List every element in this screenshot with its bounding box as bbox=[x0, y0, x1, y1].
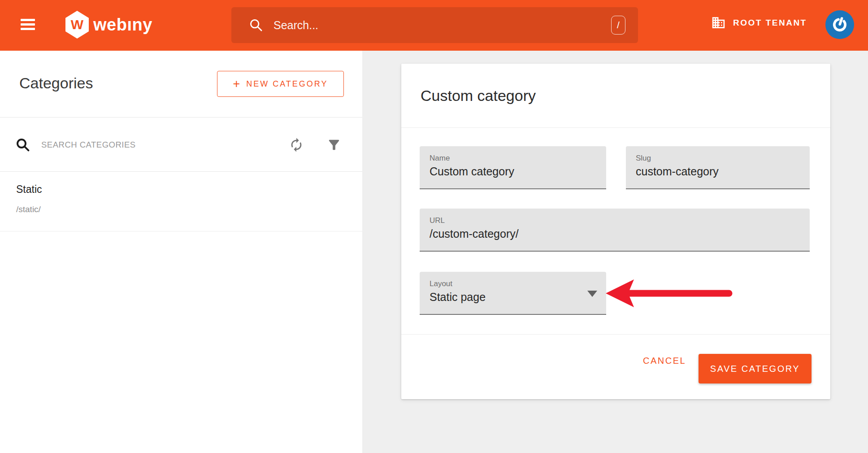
global-search-input[interactable] bbox=[273, 19, 611, 32]
new-category-button[interactable]: + NEW CATEGORY bbox=[217, 71, 344, 97]
name-field-label: Name bbox=[430, 154, 450, 163]
categories-search-row bbox=[0, 118, 362, 172]
tenant-label: ROOT TENANT bbox=[733, 18, 807, 28]
webiny-hexagon-icon: W bbox=[65, 11, 89, 39]
url-field-label: URL bbox=[430, 216, 445, 225]
hamburger-menu-icon[interactable] bbox=[21, 19, 35, 30]
plus-icon: + bbox=[233, 78, 240, 90]
building-icon bbox=[711, 15, 726, 30]
chevron-down-icon bbox=[587, 291, 597, 297]
filter-icon[interactable] bbox=[326, 137, 342, 152]
layout-field-label: Layout bbox=[430, 279, 452, 288]
webiny-wordmark: webıny bbox=[93, 15, 152, 35]
layout-select[interactable]: Layout Static page bbox=[420, 272, 606, 315]
webiny-logo: W webıny bbox=[65, 11, 152, 39]
categories-header: Categories + NEW CATEGORY bbox=[0, 51, 362, 118]
name-input[interactable] bbox=[430, 165, 596, 178]
categories-search-input[interactable] bbox=[41, 140, 289, 150]
category-item-title: Static bbox=[16, 183, 42, 196]
category-list-item[interactable]: Static /static/ bbox=[0, 172, 362, 231]
save-category-button[interactable]: SAVE CATEGORY bbox=[699, 354, 812, 383]
user-avatar[interactable] bbox=[825, 10, 854, 39]
tenant-selector[interactable]: ROOT TENANT bbox=[711, 15, 807, 30]
category-form-card: Custom category Name Slug URL Layout Sta… bbox=[401, 64, 830, 399]
top-app-bar: W webıny / ROOT TENANT bbox=[0, 0, 868, 51]
form-title: Custom category bbox=[421, 87, 536, 105]
slash-shortcut-key: / bbox=[611, 16, 625, 35]
app-root: W webıny / ROOT TENANT bbox=[0, 0, 868, 453]
global-search-bar[interactable]: / bbox=[231, 7, 638, 43]
webiny-logo-letter: W bbox=[71, 18, 83, 31]
name-field[interactable]: Name bbox=[420, 146, 606, 189]
refresh-icon[interactable] bbox=[289, 137, 304, 152]
slug-input[interactable] bbox=[636, 165, 800, 178]
form-header: Custom category bbox=[401, 64, 830, 128]
search-icon bbox=[15, 137, 31, 153]
slug-field[interactable]: Slug bbox=[626, 146, 810, 189]
layout-selected-value: Static page bbox=[430, 291, 596, 304]
search-icon bbox=[248, 17, 264, 33]
categories-list-panel: Categories + NEW CATEGORY Static /static… bbox=[0, 51, 362, 453]
url-field[interactable]: URL bbox=[420, 209, 810, 252]
category-item-url: /static/ bbox=[16, 205, 41, 214]
power-icon bbox=[829, 13, 851, 36]
cancel-button[interactable]: CANCEL bbox=[643, 356, 686, 366]
slug-field-label: Slug bbox=[636, 154, 651, 163]
page-title: Categories bbox=[19, 74, 93, 92]
url-input[interactable] bbox=[430, 227, 800, 240]
form-footer: CANCEL SAVE CATEGORY bbox=[401, 334, 830, 399]
